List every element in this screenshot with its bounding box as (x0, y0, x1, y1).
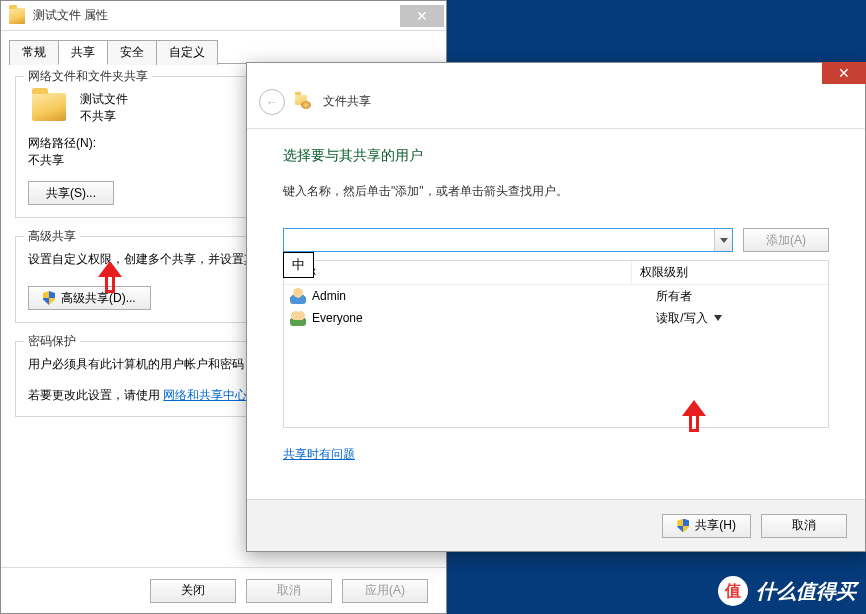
cancel-dialog-button[interactable]: 取消 (246, 579, 332, 603)
tab-bar: 常规 共享 安全 自定义 (9, 39, 438, 64)
wizard-share-label: 共享(H) (695, 517, 736, 534)
row-name: Admin (312, 289, 656, 303)
wizard-cancel-button[interactable]: 取消 (761, 514, 847, 538)
share-item-name: 测试文件 (80, 91, 128, 108)
file-share-icon (295, 95, 313, 109)
wizard-footer: 共享(H) 取消 (247, 499, 865, 551)
apply-button[interactable]: 应用(A) (342, 579, 428, 603)
brand-watermark: 值 什么值得买 (718, 576, 856, 606)
file-sharing-wizard: ✕ ← 文件共享 选择要与其共享的用户 键入名称，然后单击"添加"，或者单击箭头… (246, 62, 866, 552)
wizard-heading: 选择要与其共享的用户 (283, 147, 829, 165)
tab-general[interactable]: 常规 (9, 40, 59, 65)
list-row[interactable]: Everyone 读取/写入 (284, 307, 828, 329)
group-legend: 高级共享 (24, 228, 80, 245)
wizard-subtext: 键入名称，然后单击"添加"，或者单击箭头查找用户。 (283, 183, 829, 200)
col-permission[interactable]: 权限级别 (632, 264, 828, 281)
col-name[interactable]: 名称 (284, 261, 632, 284)
row-perm: 所有者 (656, 288, 692, 305)
properties-titlebar: 测试文件 属性 ✕ (1, 1, 446, 31)
wizard-share-button[interactable]: 共享(H) (662, 514, 751, 538)
advanced-share-button[interactable]: 高级共享(D)... (28, 286, 151, 310)
folder-icon (9, 8, 25, 24)
share-button[interactable]: 共享(S)... (28, 181, 114, 205)
close-button[interactable]: ✕ (400, 5, 444, 27)
password-line2-prefix: 若要更改此设置，请使用 (28, 388, 160, 402)
wizard-close-button[interactable]: ✕ (822, 62, 866, 84)
share-item-status: 不共享 (80, 108, 128, 125)
tab-customize[interactable]: 自定义 (156, 40, 218, 65)
chevron-down-icon[interactable] (714, 315, 722, 321)
annotation-arrow-icon (96, 261, 124, 297)
brand-badge-icon: 值 (718, 576, 748, 606)
row-name: Everyone (312, 311, 656, 325)
ime-indicator: 中 (283, 252, 314, 278)
wizard-title: 文件共享 (323, 93, 371, 110)
tab-security[interactable]: 安全 (107, 40, 157, 65)
annotation-arrow-icon (680, 400, 708, 436)
network-center-link[interactable]: 网络和共享中心 (163, 388, 247, 402)
dropdown-arrow-icon[interactable] (714, 229, 732, 251)
user-input[interactable] (284, 229, 714, 251)
close-dialog-button[interactable]: 关闭 (150, 579, 236, 603)
wizard-header: ← 文件共享 (247, 75, 865, 129)
brand-text: 什么值得买 (756, 578, 856, 605)
sharing-help-link[interactable]: 共享时有问题 (283, 446, 355, 463)
row-perm: 读取/写入 (656, 310, 707, 327)
user-combobox[interactable]: 中 (283, 228, 733, 252)
properties-footer: 关闭 取消 应用(A) (1, 567, 446, 613)
list-row[interactable]: Admin 所有者 (284, 285, 828, 307)
back-button[interactable]: ← (259, 89, 285, 115)
user-icon (290, 288, 306, 304)
group-legend: 密码保护 (24, 333, 80, 350)
shield-icon (677, 519, 689, 533)
user-permission-list: 名称 权限级别 Admin 所有者 Everyone 读取/写入 (283, 260, 829, 428)
shield-icon (43, 291, 55, 305)
window-title: 测试文件 属性 (33, 7, 400, 24)
group-legend: 网络文件和文件夹共享 (24, 68, 152, 85)
folder-large-icon (32, 93, 66, 121)
add-button[interactable]: 添加(A) (743, 228, 829, 252)
tab-sharing[interactable]: 共享 (58, 40, 108, 65)
list-header: 名称 权限级别 (284, 261, 828, 285)
group-icon (290, 310, 306, 326)
wizard-body: 选择要与其共享的用户 键入名称，然后单击"添加"，或者单击箭头查找用户。 中 添… (247, 129, 865, 473)
